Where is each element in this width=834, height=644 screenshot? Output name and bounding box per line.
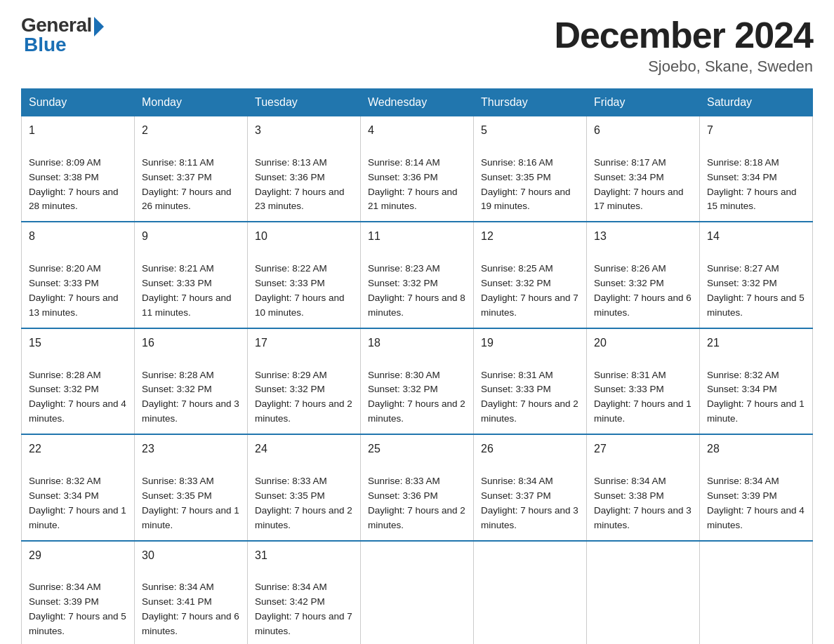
sunrise-text: Sunrise: 8:29 AM [255, 370, 327, 380]
day-number: 5 [481, 122, 579, 140]
day-number: 21 [707, 335, 805, 352]
day-header-saturday: Saturday [700, 89, 813, 116]
daylight-text: Daylight: 7 hours and 2 minutes. [255, 505, 352, 530]
day-number: 3 [255, 122, 353, 140]
day-number: 24 [255, 441, 353, 458]
sunrise-text: Sunrise: 8:27 AM [707, 263, 779, 274]
sunrise-text: Sunrise: 8:33 AM [255, 476, 327, 486]
day-header-wednesday: Wednesday [361, 89, 474, 116]
daylight-text: Daylight: 7 hours and 4 minutes. [29, 398, 126, 424]
daylight-text: Daylight: 7 hours and 23 minutes. [255, 187, 345, 212]
day-number: 27 [594, 441, 692, 458]
sunrise-text: Sunrise: 8:28 AM [142, 370, 214, 380]
calendar-cell: 19Sunrise: 8:31 AMSunset: 3:33 PMDayligh… [474, 328, 587, 434]
sunset-text: Sunset: 3:35 PM [255, 490, 325, 501]
daylight-text: Daylight: 7 hours and 2 minutes. [481, 398, 578, 424]
daylight-text: Daylight: 7 hours and 1 minute. [707, 398, 805, 424]
calendar-cell: 8Sunrise: 8:20 AMSunset: 3:33 PMDaylight… [22, 222, 135, 328]
daylight-text: Daylight: 7 hours and 4 minutes. [707, 505, 805, 530]
calendar-table: SundayMondayTuesdayWednesdayThursdayFrid… [21, 88, 813, 644]
sunrise-text: Sunrise: 8:23 AM [368, 263, 440, 274]
calendar-cell: 15Sunrise: 8:28 AMSunset: 3:32 PMDayligh… [22, 328, 135, 434]
calendar-cell: 6Sunrise: 8:17 AMSunset: 3:34 PMDaylight… [587, 116, 700, 222]
logo: General Blue [21, 14, 104, 56]
sunrise-text: Sunrise: 8:32 AM [29, 476, 101, 486]
sunset-text: Sunset: 3:35 PM [142, 490, 212, 501]
sunrise-text: Sunrise: 8:30 AM [368, 370, 440, 380]
sunset-text: Sunset: 3:33 PM [29, 278, 99, 288]
sunrise-text: Sunrise: 8:34 AM [594, 476, 666, 486]
sunrise-text: Sunrise: 8:34 AM [255, 582, 327, 592]
daylight-text: Daylight: 7 hours and 21 minutes. [368, 187, 458, 212]
sunset-text: Sunset: 3:32 PM [707, 278, 777, 288]
sunset-text: Sunset: 3:32 PM [481, 278, 551, 288]
daylight-text: Daylight: 7 hours and 11 minutes. [142, 293, 232, 318]
calendar-cell: 29Sunrise: 8:34 AMSunset: 3:39 PMDayligh… [22, 541, 135, 644]
day-header-tuesday: Tuesday [248, 89, 361, 116]
daylight-text: Daylight: 7 hours and 28 minutes. [29, 187, 119, 212]
sunrise-text: Sunrise: 8:16 AM [481, 157, 553, 168]
sunset-text: Sunset: 3:39 PM [29, 596, 99, 607]
sunrise-text: Sunrise: 8:34 AM [142, 582, 214, 592]
sunset-text: Sunset: 3:41 PM [142, 596, 212, 607]
daylight-text: Daylight: 7 hours and 5 minutes. [29, 611, 126, 636]
daylight-text: Daylight: 7 hours and 13 minutes. [29, 293, 119, 318]
calendar-cell: 21Sunrise: 8:32 AMSunset: 3:34 PMDayligh… [700, 328, 813, 434]
calendar-cell: 30Sunrise: 8:34 AMSunset: 3:41 PMDayligh… [135, 541, 248, 644]
sunrise-text: Sunrise: 8:22 AM [255, 263, 327, 274]
calendar-cell: 24Sunrise: 8:33 AMSunset: 3:35 PMDayligh… [248, 434, 361, 540]
logo-arrow-icon [94, 17, 104, 36]
sunrise-text: Sunrise: 8:17 AM [594, 157, 666, 168]
day-number: 19 [481, 335, 579, 352]
day-number: 31 [255, 547, 353, 565]
location-text: Sjoebo, Skane, Sweden [554, 58, 813, 76]
daylight-text: Daylight: 7 hours and 1 minute. [142, 505, 239, 530]
daylight-text: Daylight: 7 hours and 3 minutes. [481, 505, 578, 530]
sunset-text: Sunset: 3:32 PM [255, 384, 325, 394]
day-header-thursday: Thursday [474, 89, 587, 116]
calendar-cell: 28Sunrise: 8:34 AMSunset: 3:39 PMDayligh… [700, 434, 813, 540]
sunset-text: Sunset: 3:36 PM [255, 172, 325, 182]
sunset-text: Sunset: 3:33 PM [142, 278, 212, 288]
calendar-cell: 13Sunrise: 8:26 AMSunset: 3:32 PMDayligh… [587, 222, 700, 328]
day-number: 11 [368, 228, 466, 246]
day-header-sunday: Sunday [22, 89, 135, 116]
daylight-text: Daylight: 7 hours and 15 minutes. [707, 187, 797, 212]
day-number: 12 [481, 228, 579, 246]
sunset-text: Sunset: 3:35 PM [481, 172, 551, 182]
day-number: 7 [707, 122, 805, 140]
sunrise-text: Sunrise: 8:13 AM [255, 157, 327, 168]
calendar-cell [474, 541, 587, 644]
day-number: 14 [707, 228, 805, 246]
daylight-text: Daylight: 7 hours and 1 minute. [594, 398, 691, 424]
day-number: 15 [29, 335, 127, 352]
page-header: General Blue December 2024 Sjoebo, Skane… [21, 14, 813, 76]
day-number: 6 [594, 122, 692, 140]
daylight-text: Daylight: 7 hours and 6 minutes. [594, 293, 691, 318]
sunset-text: Sunset: 3:36 PM [368, 172, 438, 182]
day-number: 30 [142, 547, 240, 565]
day-number: 25 [368, 441, 466, 458]
daylight-text: Daylight: 7 hours and 19 minutes. [481, 187, 571, 212]
sunset-text: Sunset: 3:34 PM [707, 172, 777, 182]
sunset-text: Sunset: 3:33 PM [594, 384, 664, 394]
calendar-cell: 31Sunrise: 8:34 AMSunset: 3:42 PMDayligh… [248, 541, 361, 644]
daylight-text: Daylight: 7 hours and 17 minutes. [594, 187, 684, 212]
calendar-cell: 17Sunrise: 8:29 AMSunset: 3:32 PMDayligh… [248, 328, 361, 434]
calendar-cell: 5Sunrise: 8:16 AMSunset: 3:35 PMDaylight… [474, 116, 587, 222]
day-number: 20 [594, 335, 692, 352]
sunrise-text: Sunrise: 8:09 AM [29, 157, 101, 168]
calendar-cell: 11Sunrise: 8:23 AMSunset: 3:32 PMDayligh… [361, 222, 474, 328]
daylight-text: Daylight: 7 hours and 2 minutes. [255, 398, 352, 424]
title-section: December 2024 Sjoebo, Skane, Sweden [554, 14, 813, 76]
day-number: 9 [142, 228, 240, 246]
day-number: 16 [142, 335, 240, 352]
sunset-text: Sunset: 3:34 PM [594, 172, 664, 182]
sunset-text: Sunset: 3:34 PM [707, 384, 777, 394]
daylight-text: Daylight: 7 hours and 2 minutes. [368, 505, 465, 530]
daylight-text: Daylight: 7 hours and 8 minutes. [368, 293, 465, 318]
day-number: 2 [142, 122, 240, 140]
daylight-text: Daylight: 7 hours and 26 minutes. [142, 187, 232, 212]
sunrise-text: Sunrise: 8:21 AM [142, 263, 214, 274]
calendar-cell [361, 541, 474, 644]
